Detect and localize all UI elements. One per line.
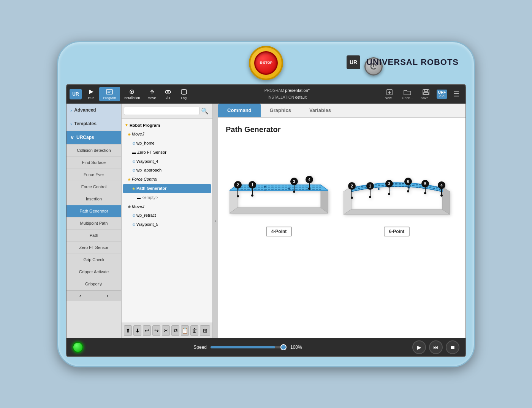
tab-command[interactable]: Command [218, 104, 261, 117]
path-diagrams: 1 2 3 [226, 143, 458, 240]
tree-wp-approach-icon: ⊙ [132, 167, 135, 174]
tree-movej[interactable]: ◈ MoveJ [123, 130, 211, 139]
speed-control: Speed 100% [91, 345, 405, 350]
content-tabs: Command Graphics Variables [218, 104, 466, 118]
svg-rect-16 [424, 90, 428, 91]
tree-content: ▼ Robot Program ◈ MoveJ ⊙ wp_home [122, 119, 212, 323]
sidebar-sub-force-control[interactable]: Force Control [66, 181, 121, 193]
tree-movej2-icon: ⊕ [128, 203, 131, 210]
svg-text:3: 3 [388, 182, 390, 186]
tree-zero-ft[interactable]: ▬ Zero FT Sensor [123, 148, 211, 157]
tree-btn-delete[interactable]: 🗑 [190, 325, 198, 336]
nav-tab-move[interactable]: Move [144, 87, 160, 101]
estop-button[interactable]: E-STOP [249, 46, 283, 80]
new-button[interactable]: New... [382, 88, 396, 101]
step-button[interactable]: ⏭ [429, 340, 443, 354]
six-point-label: 6-Point [384, 227, 410, 236]
sidebar-item-urcaps[interactable]: ∨ URCaps [66, 131, 121, 145]
tree-btn-redo[interactable]: ↪ [152, 325, 160, 336]
svg-rect-17 [424, 93, 428, 95]
sidebar-item-templates[interactable]: › Templates [66, 117, 121, 131]
ur-plus-button[interactable]: UR+ C C [437, 90, 447, 99]
estop-label: E-STOP [260, 61, 272, 65]
nav-tab-log[interactable]: Log [176, 87, 192, 101]
sidebar-sub-multipoint-path[interactable]: Multipoint Path [66, 217, 121, 230]
tree-root[interactable]: ▼ Robot Program [123, 121, 211, 130]
tree-wp-home[interactable]: ⊙ wp_home [123, 139, 211, 148]
sidebar-sub-gripper[interactable]: Gripper ∨ [66, 278, 121, 290]
tree-movej-icon: ◈ [128, 131, 131, 138]
tree-path-generator-icon: ◈ [132, 185, 135, 192]
tree-waypoint4-icon: ⊙ [132, 158, 135, 165]
four-point-svg: 1 2 3 [230, 147, 328, 223]
tree-search-input[interactable] [124, 107, 200, 115]
sidebar-sub-path[interactable]: Path [66, 230, 121, 242]
svg-point-58 [369, 196, 371, 198]
ur-nav-icon[interactable]: UR [70, 89, 82, 99]
screen: UR Run Program [66, 84, 466, 357]
panel-collapse-button[interactable]: ‹ [213, 104, 218, 338]
tree-path-generator[interactable]: ◈ Path Generator [123, 184, 211, 193]
sidebar-sub-force-ever[interactable]: Force Ever [66, 169, 121, 181]
save-button[interactable]: Save... [418, 88, 434, 101]
sidebar-scroll-controls: ‹ › [66, 290, 121, 301]
svg-point-41 [293, 191, 295, 193]
svg-point-33 [251, 194, 253, 197]
nav-tab-installation[interactable]: Installation [120, 87, 144, 101]
tree-empty[interactable]: ▬ <empty> [123, 193, 211, 202]
sidebar-item-advanced[interactable]: › Advanced [66, 104, 121, 117]
nav-tab-io[interactable]: I/O [160, 87, 176, 101]
sidebar-scroll-right[interactable]: › [94, 291, 121, 301]
svg-point-11 [168, 90, 171, 93]
tree-movej2[interactable]: ⊕ MoveJ [123, 202, 211, 211]
sidebar-sub-grip-check[interactable]: Grip Check [66, 254, 121, 266]
tree-btn-down[interactable]: ⬇ [133, 325, 141, 336]
speed-slider[interactable] [211, 346, 287, 348]
hamburger-button[interactable]: ☰ [450, 88, 462, 100]
sidebar-sub-path-generator[interactable]: Path Generator [66, 205, 121, 217]
tree-btn-cut[interactable]: ✂ [162, 325, 170, 336]
svg-text:6: 6 [407, 180, 409, 184]
tree-btn-paste[interactable]: 📋 [181, 325, 189, 336]
tree-wp-retract[interactable]: ⊙ wp_retract [123, 211, 211, 220]
bottom-bar: Speed 100% ▶ ⏭ ⏹ [66, 338, 466, 356]
tree-btn-grid[interactable]: ⊞ [200, 325, 210, 336]
tree-btn-undo[interactable]: ↩ [143, 325, 151, 336]
tree-wp-approach[interactable]: ⊙ wp_approach [123, 166, 211, 175]
stop-button[interactable]: ⏹ [446, 340, 459, 354]
sidebar: › Advanced › Templates ∨ URCaps Collisio… [66, 104, 122, 338]
ur-logo-area: UR UNIVERSAL ROBOTS [347, 55, 459, 69]
svg-marker-9 [153, 91, 154, 93]
svg-marker-49 [344, 187, 351, 214]
search-icon[interactable]: 🔍 [200, 106, 210, 116]
svg-text:4: 4 [440, 183, 443, 187]
open-button[interactable]: Open... [399, 88, 415, 101]
svg-point-37 [237, 195, 239, 197]
nav-tab-run[interactable]: Run [83, 87, 99, 101]
sidebar-sub-zero-ft-sensor[interactable]: Zero FT Sensor [66, 242, 121, 254]
tree-waypoint-4[interactable]: ⊙ Waypoint_4 [123, 157, 211, 166]
sidebar-sub-insertion[interactable]: Insertion [66, 193, 121, 205]
nav-right-buttons: New... Open... [382, 88, 462, 101]
tree-btn-up[interactable]: ⬆ [124, 325, 132, 336]
tree-wp-retract-icon: ⊙ [132, 212, 135, 219]
sidebar-sub-find-surface[interactable]: Find Surface [66, 157, 121, 169]
speed-fill [211, 346, 275, 348]
nav-tab-program[interactable]: Program [99, 87, 120, 101]
sidebar-sub-collision-detection[interactable]: Collision detection [66, 145, 121, 157]
tree-btn-copy[interactable]: ⧉ [171, 325, 179, 336]
tab-variables[interactable]: Variables [300, 104, 340, 117]
brand-name: UNIVERSAL ROBOTS [366, 57, 459, 67]
tree-waypoint-5[interactable]: ⊙ Waypoint_5 [123, 220, 211, 229]
tree-waypoint5-icon: ⊙ [132, 221, 135, 228]
svg-text:1: 1 [369, 184, 371, 188]
svg-marker-8 [151, 90, 153, 91]
tree-force-control[interactable]: ◈ Force Control [123, 175, 211, 184]
svg-text:1: 1 [251, 183, 253, 187]
speed-thumb [280, 344, 287, 350]
play-button[interactable]: ▶ [412, 340, 426, 354]
tree-force-control-icon: ◈ [128, 176, 131, 183]
sidebar-scroll-left[interactable]: ‹ [66, 291, 94, 301]
sidebar-sub-gripper-activate[interactable]: Gripper Activate [66, 266, 121, 278]
tab-graphics[interactable]: Graphics [261, 104, 300, 117]
